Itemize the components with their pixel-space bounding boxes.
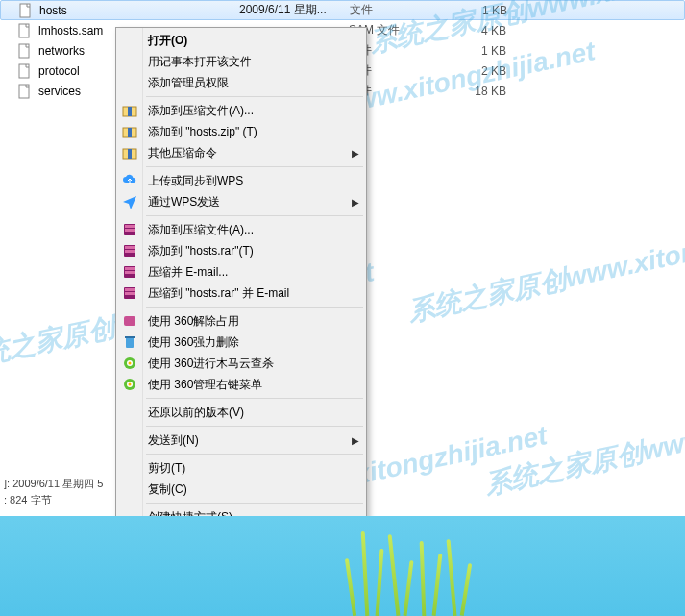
svg-rect-0 — [20, 4, 30, 17]
zip-icon — [122, 103, 137, 118]
file-icon — [17, 63, 33, 79]
menu-label: 添加到压缩文件(A)... — [148, 222, 254, 238]
menu-label: 使用 360管理右键菜单 — [148, 377, 262, 393]
q360-delete-icon — [122, 334, 137, 350]
svg-rect-16 — [125, 250, 135, 253]
context-menu: 打开(O) 用记事本打开该文件 添加管理员权限 添加到压缩文件(A)... 添加… — [115, 27, 367, 601]
menu-zip-other[interactable]: 其他压缩命令 ▶ — [117, 142, 365, 163]
q360-shield-icon — [122, 377, 137, 392]
svg-point-31 — [129, 383, 132, 386]
svg-point-28 — [129, 362, 132, 365]
zip-icon — [122, 145, 137, 160]
menu-rar-hosts[interactable]: 添加到 "hosts.rar"(T) — [117, 240, 365, 261]
file-name: lmhosts.sam — [38, 24, 103, 37]
file-icon — [18, 3, 34, 18]
menu-360-delete[interactable]: 使用 360强力删除 — [117, 332, 365, 353]
watermark-text: 系统之家原创www.xitongzhijia.net — [404, 206, 685, 330]
menu-rar-hosts-email[interactable]: 压缩到 "hosts.rar" 并 E-mail — [117, 283, 365, 304]
file-name: networks — [38, 44, 85, 58]
q360-shield-icon — [122, 356, 137, 371]
send-icon — [122, 194, 137, 209]
q360-unlock-icon — [122, 313, 137, 329]
file-name: protocol — [38, 64, 80, 78]
menu-wps-send[interactable]: 通过WPS发送 ▶ — [117, 191, 365, 212]
menu-sendto[interactable]: 发送到(N) ▶ — [117, 430, 365, 451]
svg-rect-24 — [126, 337, 134, 348]
status-size: : 824 字节 — [0, 492, 115, 508]
menu-rar-a[interactable]: 添加到压缩文件(A)... — [117, 219, 365, 240]
menu-rar-email[interactable]: 压缩并 E-mail... — [117, 261, 365, 283]
svg-rect-2 — [19, 44, 29, 58]
submenu-arrow-icon: ▶ — [352, 435, 359, 446]
file-name: hosts — [39, 4, 67, 17]
desktop-background — [0, 516, 685, 616]
svg-rect-23 — [124, 316, 135, 326]
file-icon — [17, 84, 33, 99]
svg-rect-1 — [19, 24, 29, 37]
menu-separator — [146, 215, 363, 216]
menu-restore[interactable]: 还原以前的版本(V) — [117, 402, 365, 423]
rar-icon — [122, 243, 137, 259]
svg-rect-25 — [125, 336, 135, 338]
svg-rect-19 — [125, 271, 135, 274]
menu-label: 上传或同步到WPS — [148, 173, 243, 189]
menu-label: 用记事本打开该文件 — [148, 54, 252, 70]
svg-rect-21 — [125, 288, 135, 291]
rar-icon — [122, 264, 137, 280]
menu-label: 添加到 "hosts.rar"(T) — [148, 243, 254, 259]
menu-zip-a[interactable]: 添加到压缩文件(A)... — [117, 100, 365, 121]
file-size: 1 KB — [429, 44, 506, 58]
menu-label: 剪切(T) — [148, 460, 185, 477]
menu-notepad[interactable]: 用记事本打开该文件 — [117, 51, 365, 72]
svg-rect-12 — [125, 225, 135, 228]
menu-label: 使用 360强力删除 — [148, 334, 239, 351]
menu-label: 使用 360进行木马云查杀 — [148, 356, 274, 372]
menu-separator — [146, 307, 363, 308]
file-date: 2009/6/11 星期... — [239, 2, 350, 18]
svg-rect-13 — [125, 229, 135, 232]
file-size: 4 KB — [429, 24, 506, 37]
menu-admin[interactable]: 添加管理员权限 — [117, 72, 365, 93]
file-type: 文件 — [350, 2, 430, 18]
menu-open[interactable]: 打开(O) — [117, 30, 365, 51]
menu-label: 添加到 "hosts.zip" (T) — [148, 124, 257, 140]
menu-label: 发送到(N) — [148, 432, 199, 449]
menu-label: 通过WPS发送 — [148, 194, 220, 210]
menu-copy[interactable]: 复制(C) — [117, 479, 365, 500]
rar-icon — [122, 222, 137, 237]
file-icon — [17, 23, 33, 38]
watermark-text: 系统之家原创www.xitongzhijia.net — [481, 379, 685, 503]
menu-separator — [146, 454, 363, 455]
svg-rect-4 — [19, 85, 29, 98]
menu-label: 添加到压缩文件(A)... — [148, 103, 254, 119]
file-size: 2 KB — [429, 64, 506, 78]
svg-rect-18 — [125, 267, 135, 270]
menu-label: 还原以前的版本(V) — [148, 405, 244, 421]
menu-separator — [146, 398, 363, 399]
menu-label: 使用 360解除占用 — [148, 313, 239, 330]
menu-label: 其他压缩命令 — [148, 145, 217, 161]
svg-rect-15 — [125, 246, 135, 249]
menu-wps-upload[interactable]: 上传或同步到WPS — [117, 170, 365, 191]
svg-rect-3 — [19, 64, 29, 78]
menu-zip-hosts[interactable]: 添加到 "hosts.zip" (T) — [117, 121, 365, 142]
menu-separator — [146, 166, 363, 167]
status-date: ]: 2009/6/11 星期四 5 — [0, 476, 115, 492]
menu-360-unlock[interactable]: 使用 360解除占用 — [117, 310, 365, 332]
svg-rect-8 — [128, 128, 132, 137]
rar-icon — [122, 285, 137, 301]
file-row-hosts[interactable]: hosts 2009/6/11 星期... 文件 1 KB — [0, 0, 685, 20]
svg-rect-22 — [125, 292, 135, 295]
submenu-arrow-icon: ▶ — [352, 197, 359, 208]
file-size: 18 KB — [429, 85, 506, 98]
menu-separator — [146, 503, 363, 504]
zip-icon — [122, 124, 137, 139]
file-icon — [17, 43, 33, 59]
menu-separator — [146, 426, 363, 427]
menu-cut[interactable]: 剪切(T) — [117, 457, 365, 479]
menu-360-menu[interactable]: 使用 360管理右键菜单 — [117, 374, 365, 395]
svg-rect-10 — [128, 149, 132, 159]
menu-label: 复制(C) — [148, 481, 187, 498]
cloud-upload-icon — [122, 173, 137, 188]
menu-360-scan[interactable]: 使用 360进行木马云查杀 — [117, 353, 365, 374]
